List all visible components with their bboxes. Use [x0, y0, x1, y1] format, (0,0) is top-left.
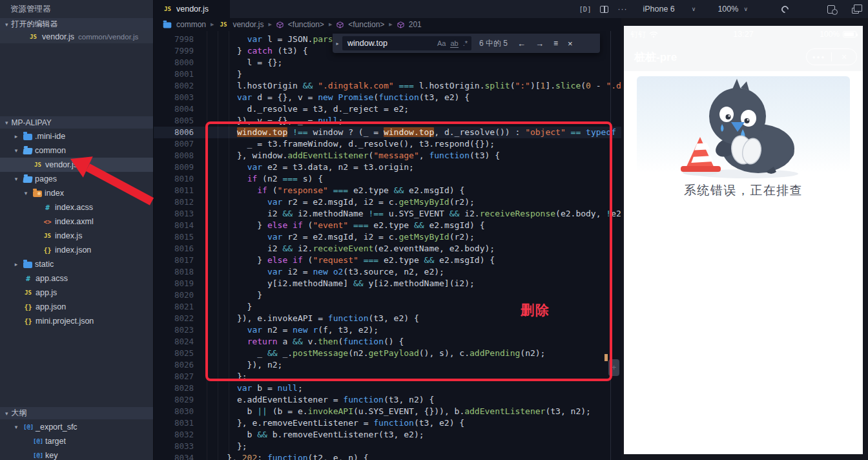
code-line[interactable]: 8027 }; — [154, 371, 621, 382]
code-line[interactable]: 8034 }, 202: function(t2, e, n) { — [154, 452, 621, 460]
chevron-down-icon: ▾ — [12, 176, 21, 182]
code-line[interactable]: 8028 var b = null; — [154, 382, 621, 394]
find-input[interactable]: window.top Aa ab .* — [342, 36, 471, 50]
project-section-header[interactable]: ▾ MP-ALIPAY — [0, 116, 153, 129]
code-line[interactable]: 8006 window.top !== window ? (_ = window… — [154, 127, 621, 138]
code-line[interactable]: 8003 var d = {}, v = new Promise(functio… — [154, 92, 621, 103]
code-line[interactable]: 8029 e.addEventListener = function(t3, n… — [154, 394, 621, 406]
code-line[interactable]: 8033 }; — [154, 441, 621, 452]
apps-grid-icon[interactable] — [804, 5, 812, 13]
match-case-icon[interactable]: Aa — [437, 39, 446, 47]
breadcrumb-item[interactable]: vendor.js — [232, 20, 264, 29]
tree-item-index-json[interactable]: {}index.json — [0, 243, 153, 257]
code-line[interactable]: 8001 } — [154, 68, 621, 80]
regex-icon[interactable]: .* — [463, 39, 468, 47]
device-select[interactable]: iPhone 6 ∨ — [643, 5, 696, 14]
simulator-panel: 钉钉 13:27 100% 桩桩-pre — [621, 18, 868, 460]
open-editors-label: 打开的编辑器 — [12, 19, 58, 30]
code-line[interactable]: 8016 i2 && i2.receiveEvent(e2.eventName,… — [154, 243, 621, 255]
tree-item-static[interactable]: ▸static — [0, 257, 153, 271]
tree-item-app-js[interactable]: JSapp.js — [0, 286, 153, 300]
tree-item-app-acss[interactable]: #app.acss — [0, 271, 153, 286]
breadcrumb-item[interactable]: 201 — [409, 20, 422, 29]
code-line[interactable]: 8004 d._resolve = t3, d._reject = e2; — [154, 103, 621, 115]
code-line[interactable]: 8018 var i2 = new o2(t3.source, n2, e2); — [154, 266, 621, 278]
breadcrumb-item[interactable]: <function> — [288, 20, 324, 29]
tree-item-index-axml[interactable]: <>index.axml — [0, 214, 153, 229]
code-line[interactable]: 8009 var e2 = t3.data, n2 = t3.origin; — [154, 162, 621, 173]
code-line[interactable]: 8000 l = {}; — [154, 57, 621, 68]
capsule-more-icon[interactable]: ●●● — [807, 54, 831, 60]
tree-item-label: index.axml — [55, 217, 94, 226]
code-line[interactable]: 8010 if (n2 === s) { — [154, 173, 621, 185]
refresh-icon[interactable] — [780, 4, 790, 14]
code-line[interactable]: 8014 } else if ("event" === e2.type && e… — [154, 220, 621, 231]
code-line[interactable]: 8026 }), n2; — [154, 359, 621, 371]
code-line[interactable]: 8030 b || (b = e.invokeAPI(u.SYS_EVENT, … — [154, 406, 621, 417]
windows-stack-icon[interactable] — [852, 8, 859, 14]
code-line[interactable]: 8008 }, window.addEventListener("message… — [154, 150, 621, 162]
code-line[interactable]: 8025 _ && _.postMessage(n2.getPayload(),… — [154, 348, 621, 359]
tree-item-index-acss[interactable]: #index.acss — [0, 200, 153, 214]
find-expand-icon[interactable]: ▸ — [333, 41, 342, 47]
code-line[interactable]: 8002 l.hostOrigin && ".dingtalk.com" ===… — [154, 80, 621, 92]
line-number: 8021 — [154, 301, 194, 313]
tree-item-label: index.js — [55, 231, 82, 240]
code-line[interactable]: 8021 } — [154, 301, 621, 313]
code-line[interactable]: 8013 i2 && i2.methodName !== u.SYS_EVENT… — [154, 208, 621, 220]
tree-item-common[interactable]: ▾common — [0, 143, 153, 158]
code-line[interactable]: 8015 var r2 = e2.msgId, i2 = c.getMsyByI… — [154, 231, 621, 243]
code-line[interactable]: 8011 if ("response" === e2.type && e2.ms… — [154, 185, 621, 196]
capsule-close-icon[interactable]: × — [832, 52, 856, 62]
tab-vendor-js[interactable]: JS vendor.js — [154, 0, 230, 18]
find-query: window.top — [347, 39, 433, 48]
open-editor-entry[interactable]: JS vendor.js common/vendor.js — [0, 30, 153, 43]
breadcrumb-item[interactable]: <function> — [348, 20, 384, 29]
find-in-selection-icon[interactable]: ≡ — [553, 39, 558, 48]
close-find-icon[interactable]: × — [568, 39, 573, 48]
project-label: MP-ALIPAY — [12, 118, 52, 127]
tree-item-index[interactable]: ▾index — [0, 186, 153, 200]
outline-item-target[interactable]: [@]target — [0, 434, 153, 448]
zoom-select[interactable]: 100% ∨ — [718, 5, 748, 14]
code-line[interactable]: 8012 var r2 = e2.msgId, i2 = c.getMsyByI… — [154, 196, 621, 208]
code-line[interactable]: 8023 var n2 = new r(f, t3, e2); — [154, 324, 621, 336]
code-line[interactable]: 8019 y[i2.methodName] && y[i2.methodName… — [154, 278, 621, 289]
code-line[interactable]: 8031 }, e.removeEventListener = function… — [154, 417, 621, 429]
scrollbar-thumb[interactable]: + — [608, 359, 619, 376]
code-line[interactable]: 8022 }), e.invokeAPI = function(t3, e2) … — [154, 313, 621, 324]
outline-section-header[interactable]: ▾ 大纲 — [0, 407, 153, 419]
line-number: 8018 — [154, 266, 194, 278]
code-line[interactable]: 8017 } else if ("request" === e2.type &&… — [154, 255, 621, 266]
code-line[interactable]: 8020 } — [154, 289, 621, 301]
inspect-element-icon[interactable]: [D] — [579, 5, 592, 13]
tree-item-vendor-js[interactable]: JSvendor.js — [0, 158, 153, 172]
device-preview-icon[interactable] — [827, 5, 835, 14]
open-editors-header[interactable]: ▾ 打开的编辑器 — [0, 18, 153, 30]
symbol-icon: [@] — [23, 424, 33, 430]
tree-item-pages[interactable]: ▾pages — [0, 172, 153, 186]
open-file-path: common/vendor.js — [78, 33, 138, 41]
line-number: 8008 — [154, 150, 194, 162]
whole-word-icon[interactable]: ab — [450, 39, 458, 48]
tree-item-app-json[interactable]: {}app.json — [0, 300, 153, 314]
prev-match-icon[interactable]: ← — [517, 39, 526, 48]
tree-item-mini-ide[interactable]: ▸.mini-ide — [0, 129, 153, 143]
tree-item-index-js[interactable]: JSindex.js — [0, 229, 153, 243]
code-area[interactable]: 7998 var l = JSON.pars7999 } catch (t3) … — [154, 31, 621, 460]
breadcrumb-sep-icon: ▶ — [211, 22, 214, 27]
next-match-icon[interactable]: → — [535, 39, 544, 48]
code-line[interactable]: 8007 _ = t3.frameWindow, d._resolve(), t… — [154, 138, 621, 150]
code-line[interactable]: 8005 }), v = {}, _ = null; — [154, 115, 621, 127]
code-line[interactable]: 8024 return a && v.then(function() { — [154, 336, 621, 348]
outline-item-key[interactable]: [@]key — [0, 448, 153, 460]
code-line[interactable]: 8032 b && b.removeEventListener(t3, e2); — [154, 429, 621, 441]
split-editor-icon[interactable] — [600, 6, 608, 13]
overview-ruler[interactable] — [610, 31, 611, 460]
more-actions-icon[interactable]: ··· — [617, 5, 627, 14]
json-file-icon: {} — [23, 318, 33, 325]
outline-item-export-sfc[interactable]: ▾[@]_export_sfc — [0, 420, 153, 434]
breadcrumb-item[interactable]: common — [176, 20, 206, 29]
tree-item-mini-project-json[interactable]: {}mini.project.json — [0, 314, 153, 328]
chevron-right-icon: ▸ — [12, 261, 21, 267]
